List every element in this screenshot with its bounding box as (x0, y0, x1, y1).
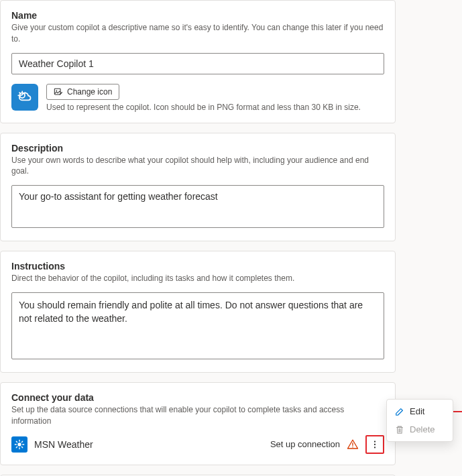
menu-item-edit[interactable]: Edit (387, 402, 453, 420)
icon-info: Change icon Used to represent the copilo… (46, 84, 361, 112)
connect-section: Connect your data Set up the data source… (0, 382, 396, 465)
trash-icon (395, 425, 404, 434)
svg-point-3 (17, 442, 21, 446)
instructions-input[interactable] (11, 292, 384, 359)
description-section: Description Use your own words to descri… (0, 133, 396, 242)
name-title: Name (11, 10, 384, 21)
pencil-icon (395, 407, 404, 416)
svg-point-2 (56, 90, 58, 91)
context-menu: Edit Delete (386, 399, 453, 442)
change-icon-label: Change icon (67, 87, 112, 97)
menu-edit-label: Edit (410, 406, 424, 416)
menu-item-delete: Delete (387, 420, 453, 438)
warning-icon (347, 438, 359, 451)
data-source-row: MSN Weather Set up connection (11, 435, 384, 454)
svg-line-10 (16, 447, 17, 447)
description-title: Description (11, 143, 384, 154)
connect-desc: Set up the data source connections that … (11, 404, 384, 427)
image-edit-icon (54, 87, 63, 97)
more-vertical-icon (370, 440, 380, 449)
data-source-menu-button[interactable] (365, 435, 384, 454)
svg-line-8 (16, 441, 17, 442)
svg-point-16 (374, 447, 376, 448)
instructions-section: Instructions Direct the behavior of the … (0, 251, 396, 373)
svg-point-13 (352, 447, 353, 448)
icon-row: Change icon Used to represent the copilo… (11, 84, 384, 112)
svg-line-9 (21, 447, 22, 447)
svg-point-14 (374, 440, 376, 442)
icon-hint: Used to represent the copilot. Icon shou… (46, 103, 361, 112)
svg-point-15 (374, 443, 376, 444)
description-desc: Use your own words to describe what your… (11, 155, 384, 178)
instructions-title: Instructions (11, 261, 384, 272)
instructions-desc: Direct the behavior of the copilot, incl… (11, 273, 384, 284)
svg-line-11 (21, 441, 22, 442)
sun-icon (14, 439, 25, 450)
description-input[interactable] (11, 185, 384, 228)
msn-weather-icon (11, 436, 27, 453)
connect-title: Connect your data (11, 392, 384, 403)
name-section: Name Give your custom copilot a descript… (0, 0, 396, 123)
weather-cloud-icon (16, 88, 34, 106)
name-input[interactable] (11, 53, 384, 74)
copilot-icon (11, 84, 38, 111)
data-source-name: MSN Weather (34, 439, 264, 450)
name-desc: Give your custom copilot a descriptive n… (11, 22, 384, 45)
change-icon-button[interactable]: Change icon (46, 84, 119, 100)
menu-delete-label: Delete (410, 424, 435, 434)
setup-connection-link[interactable]: Set up connection (270, 439, 340, 449)
